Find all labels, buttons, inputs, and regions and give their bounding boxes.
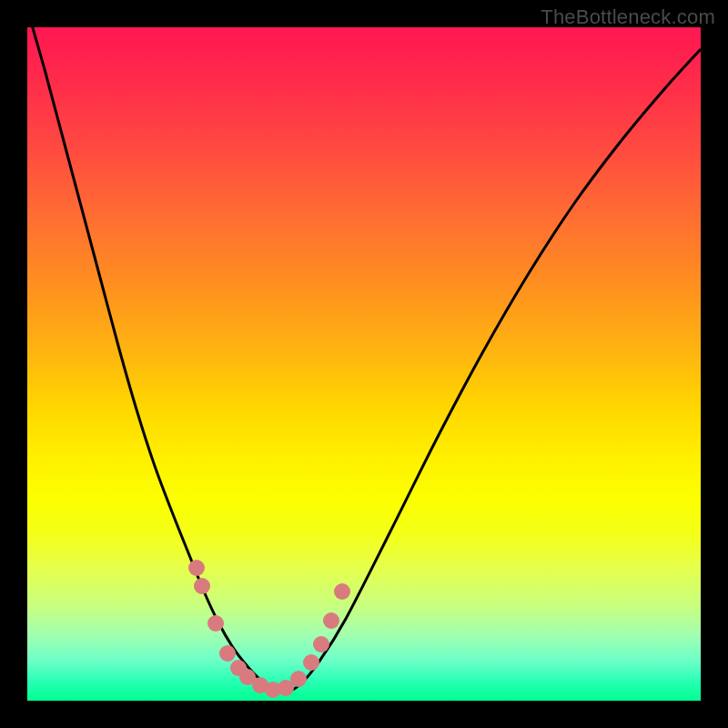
marker-dot [313,636,329,652]
marker-dot [290,671,307,687]
marker-dot [219,645,236,662]
marker-dot [194,578,210,594]
watermark-text: TheBottleneck.com [541,5,715,29]
marker-dot [188,560,205,576]
marker-dot [207,615,224,632]
marker-layer [27,27,701,701]
plot-area [27,27,701,701]
chart-frame: TheBottleneck.com [0,0,728,728]
marker-dot [303,654,319,671]
marker-dot [334,583,350,600]
marker-dot [323,612,339,629]
